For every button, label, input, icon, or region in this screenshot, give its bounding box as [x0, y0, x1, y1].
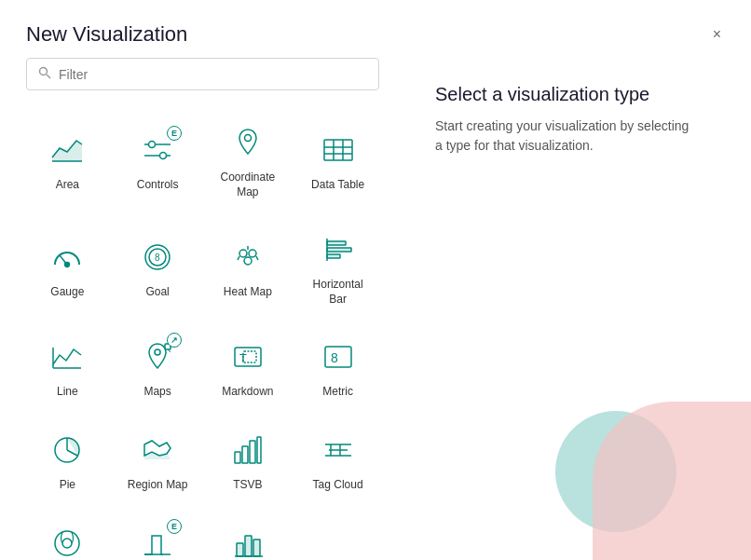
line-icon — [47, 336, 88, 377]
right-panel-description: Start creating your visualization by sel… — [435, 116, 696, 156]
horizontal-bar-icon — [318, 229, 359, 270]
dialog-body: Area E Controls — [0, 58, 751, 560]
search-input[interactable] — [59, 67, 367, 82]
gauge-label: Gauge — [50, 285, 84, 300]
heat-map-icon — [227, 237, 268, 278]
new-visualization-dialog: New Visualization × — [0, 0, 751, 560]
svg-point-51 — [62, 539, 72, 548]
maps-icon: ↗ — [137, 336, 178, 377]
viz-item-vertical-bar[interactable]: Vertical Bar — [207, 510, 290, 560]
svg-rect-36 — [325, 347, 351, 367]
viz-item-tsvb[interactable]: TSVB — [207, 417, 290, 502]
viz-item-gauge[interactable]: Gauge — [26, 216, 109, 316]
svg-point-8 — [244, 135, 251, 142]
svg-rect-26 — [327, 241, 346, 245]
data-table-label: Data Table — [311, 178, 364, 193]
viz-item-tag-cloud[interactable]: Tag Cloud — [296, 417, 379, 502]
metric-icon: 8 — [318, 336, 359, 377]
markdown-label: Markdown — [222, 385, 273, 400]
controls-label: Controls — [137, 178, 179, 193]
svg-point-21 — [244, 257, 252, 265]
tsvb-icon — [227, 430, 268, 471]
line-label: Line — [57, 385, 78, 400]
decorative-shapes — [565, 355, 751, 560]
viz-item-goal[interactable]: 8 Goal — [116, 216, 199, 316]
viz-item-metric[interactable]: 8 Metric — [296, 323, 379, 409]
search-box — [26, 58, 379, 90]
vega-badge: E — [167, 519, 182, 534]
svg-rect-27 — [327, 248, 351, 252]
deco-pink-shape — [593, 402, 751, 560]
svg-rect-55 — [253, 540, 260, 556]
tag-cloud-label: Tag Cloud — [313, 478, 363, 493]
svg-point-15 — [65, 262, 70, 266]
viz-item-data-table[interactable]: Data Table — [296, 109, 379, 209]
svg-rect-43 — [250, 441, 255, 463]
close-button[interactable]: × — [709, 22, 725, 47]
viz-item-area[interactable]: Area — [26, 109, 109, 209]
viz-item-vega[interactable]: E Vega — [116, 510, 199, 560]
gauge-icon — [47, 237, 88, 278]
controls-icon: E — [137, 130, 178, 171]
pie-icon — [47, 430, 88, 471]
svg-point-7 — [160, 152, 167, 158]
metric-label: Metric — [322, 385, 353, 400]
viz-item-timelion[interactable]: Timelion — [26, 510, 109, 560]
viz-item-region-map[interactable]: Region Map — [116, 417, 199, 502]
svg-point-0 — [40, 68, 48, 75]
coordinate-map-icon — [227, 122, 268, 163]
svg-rect-42 — [242, 446, 248, 463]
region-map-icon — [137, 430, 178, 471]
svg-text:8: 8 — [155, 253, 160, 263]
vertical-bar-icon — [227, 523, 268, 560]
area-label: Area — [56, 178, 79, 193]
markdown-icon: T — [227, 336, 268, 377]
timelion-icon — [47, 523, 88, 560]
svg-rect-44 — [257, 437, 261, 463]
viz-item-heat-map[interactable]: Heat Map — [207, 216, 290, 316]
svg-point-31 — [155, 349, 160, 355]
maps-external-icon: ↗ — [167, 333, 182, 348]
svg-text:8: 8 — [331, 350, 338, 365]
right-panel-title: Select a visualization type — [435, 84, 721, 105]
heat-map-label: Heat Map — [224, 285, 272, 300]
svg-line-1 — [47, 75, 50, 78]
goal-label: Goal — [145, 285, 169, 300]
maps-label: Maps — [143, 385, 171, 400]
tag-cloud-icon — [318, 430, 359, 471]
area-icon — [47, 130, 88, 171]
viz-item-pie[interactable]: Pie — [26, 417, 109, 502]
viz-item-horizontal-bar[interactable]: Horizontal Bar — [296, 216, 379, 316]
svg-rect-9 — [324, 140, 352, 160]
tsvb-label: TSVB — [233, 478, 262, 493]
search-icon — [38, 66, 51, 82]
viz-item-line[interactable]: Line — [26, 323, 109, 409]
viz-item-coordinate-map[interactable]: Coordinate Map — [207, 109, 290, 209]
viz-item-controls[interactable]: E Controls — [116, 109, 199, 209]
dialog-header: New Visualization × — [0, 0, 751, 58]
pie-label: Pie — [60, 478, 75, 493]
viz-item-markdown[interactable]: T Markdown — [207, 323, 290, 409]
vega-icon: E — [137, 523, 178, 560]
region-map-label: Region Map — [128, 478, 188, 493]
svg-rect-53 — [237, 543, 243, 556]
svg-rect-28 — [327, 254, 340, 258]
svg-point-20 — [249, 250, 256, 257]
svg-point-5 — [149, 141, 156, 147]
svg-point-19 — [239, 250, 247, 257]
svg-rect-54 — [245, 536, 252, 556]
data-table-icon — [318, 130, 359, 171]
left-panel: Area E Controls — [0, 58, 405, 560]
viz-grid: Area E Controls — [26, 109, 379, 560]
coordinate-map-label: Coordinate Map — [214, 171, 282, 199]
right-panel: Select a visualization type Start creati… — [405, 58, 751, 560]
horizontal-bar-label: Horizontal Bar — [304, 278, 372, 307]
controls-badge: E — [167, 126, 182, 141]
svg-rect-41 — [235, 452, 240, 463]
svg-line-24 — [256, 256, 258, 260]
dialog-title: New Visualization — [26, 22, 187, 47]
svg-line-23 — [238, 256, 239, 260]
svg-point-50 — [55, 531, 79, 555]
goal-icon: 8 — [137, 237, 178, 278]
viz-item-maps[interactable]: ↗ Maps — [116, 323, 199, 409]
